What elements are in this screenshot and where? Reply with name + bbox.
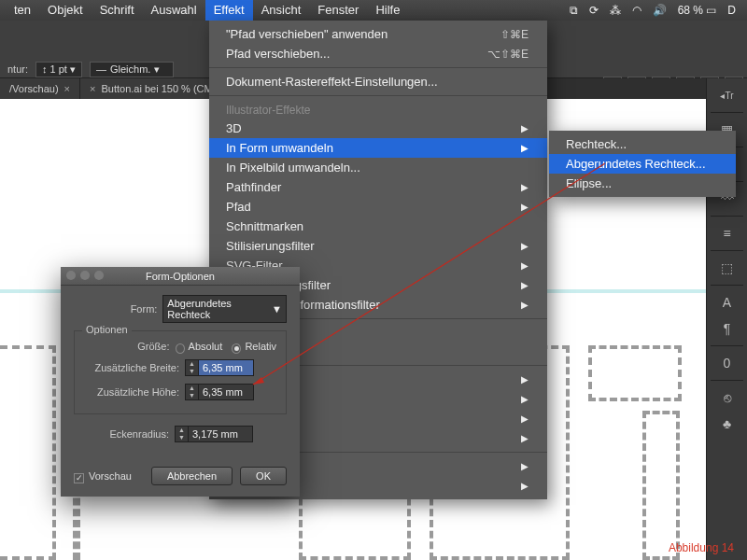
paragraph-icon[interactable]: ¶ <box>709 315 746 342</box>
menubar-item[interactable]: Fenster <box>309 0 367 21</box>
form-options-dialog: Form-Optionen Form: Abgerundetes Rechtec… <box>61 267 300 497</box>
wifi-icon[interactable]: ◠ <box>627 4 647 17</box>
ok-button[interactable]: OK <box>240 467 287 485</box>
menubar-item[interactable]: Hilfe <box>367 0 408 21</box>
form-select[interactable]: Abgerundetes Rechteck▼ <box>162 295 287 323</box>
radio-absolut[interactable] <box>176 343 185 354</box>
zoom-icon[interactable] <box>94 271 104 280</box>
size-label: Größe: <box>84 341 176 352</box>
panel-tab[interactable]: ◂ Tr <box>709 82 746 108</box>
stepper[interactable]: ▲▼ <box>185 359 198 376</box>
menu-item-cropmarks[interactable]: Schnittmarken <box>209 217 547 236</box>
stroke-label: ntur: <box>7 63 28 75</box>
radius-label: Eckenradius: <box>74 428 175 440</box>
symbol-icon[interactable]: ♣ <box>709 411 746 437</box>
menubar-item-effekt[interactable]: Effekt <box>205 0 253 21</box>
radio-relativ[interactable] <box>232 343 241 354</box>
form-label: Form: <box>74 303 162 315</box>
chevron-right-icon: ▶ <box>521 433 529 443</box>
extra-height-input[interactable] <box>198 384 254 400</box>
menubar: ten Objekt Schrift Auswahl Effekt Ansich… <box>0 0 747 21</box>
shape-outline <box>588 345 682 401</box>
chevron-right-icon: ▶ <box>521 202 529 212</box>
radio-absolut-label[interactable]: Absolut <box>189 341 223 352</box>
dropbox-icon[interactable]: ⧉ <box>564 4 584 17</box>
radius-input[interactable] <box>188 426 253 442</box>
chevron-right-icon: ▶ <box>521 123 529 133</box>
submenu-item-ellipse[interactable]: Ellipse... <box>549 174 736 193</box>
menu-item-3d[interactable]: 3D▶ <box>209 119 547 138</box>
stepper[interactable]: ▲▼ <box>175 426 188 442</box>
link-icon[interactable]: ⎋ <box>709 385 746 411</box>
bluetooth-icon[interactable]: ⁂ <box>604 4 627 17</box>
type-icon[interactable]: A <box>709 289 746 315</box>
battery-status[interactable]: 68 % ▭ <box>672 4 723 17</box>
stroke-dash-select[interactable]: — Gleichm. ▾ <box>90 62 174 77</box>
chevron-right-icon: ▶ <box>521 394 529 404</box>
submenu-item-rectangle[interactable]: Rechteck... <box>549 134 736 154</box>
minimize-icon[interactable] <box>80 271 90 280</box>
chevron-right-icon: ▶ <box>521 300 529 310</box>
dialog-title: Form-Optionen <box>146 271 215 282</box>
shape-submenu: Rechteck... Abgerundetes Rechteck... Ell… <box>549 131 736 197</box>
options-legend: Optionen <box>82 324 132 335</box>
menubar-item[interactable]: Schrift <box>92 0 143 21</box>
extra-width-input[interactable] <box>198 359 254 376</box>
shape-outline <box>642 411 680 560</box>
menu-item-raster-settings[interactable]: Dokument-Rastereffekt-Einstellungen... <box>209 72 547 91</box>
volume-icon[interactable]: 🔊 <box>647 4 672 17</box>
chevron-right-icon: ▶ <box>521 260 529 271</box>
close-icon[interactable]: × <box>90 83 95 94</box>
menubar-item[interactable]: Ansicht <box>253 0 310 21</box>
stepper[interactable]: ▲▼ <box>185 384 198 400</box>
shape-outline <box>0 345 56 560</box>
menu-item-rasterize[interactable]: In Pixelbild umwandeln... <box>209 158 547 177</box>
chevron-right-icon: ▶ <box>521 241 529 251</box>
preview-checkbox[interactable]: ✓ <box>74 473 84 483</box>
extra-height-label: Zusätzliche Höhe: <box>84 386 185 398</box>
chevron-right-icon: ▶ <box>521 182 529 192</box>
close-icon[interactable] <box>66 271 76 280</box>
chevron-right-icon: ▶ <box>521 481 529 491</box>
menu-item-pathfinder[interactable]: Pathfinder▶ <box>209 177 547 197</box>
transform-icon[interactable]: 0 <box>709 350 746 376</box>
menu-item-path[interactable]: Pfad▶ <box>209 197 547 217</box>
menu-item-stylize[interactable]: Stilisierungsfilter▶ <box>209 236 547 256</box>
chevron-right-icon: ▶ <box>521 413 529 424</box>
artboard-icon[interactable]: ⬚ <box>709 255 746 281</box>
chevron-right-icon: ▶ <box>521 280 529 290</box>
chevron-right-icon: ▶ <box>521 143 529 153</box>
stroke-width-select[interactable]: ↕ 1 pt ▾ <box>35 62 82 77</box>
extra-width-label: Zusätzliche Breite: <box>84 362 185 373</box>
dialog-titlebar[interactable]: Form-Optionen <box>61 267 300 286</box>
chevron-down-icon: ▼ <box>272 303 282 315</box>
chevron-right-icon: ▶ <box>521 461 529 471</box>
radio-relativ-label[interactable]: Relativ <box>245 341 276 352</box>
stroke-icon[interactable]: ≡ <box>709 220 746 246</box>
menubar-item[interactable]: ten <box>6 0 39 21</box>
menubar-item[interactable]: Objekt <box>39 0 92 21</box>
menu-section: Illustrator-Effekte <box>209 100 547 119</box>
menu-item-convert-to-shape[interactable]: In Form umwandeln▶ <box>209 138 547 158</box>
chevron-right-icon: ▶ <box>521 374 529 385</box>
menu-extra[interactable]: D <box>722 4 741 17</box>
sync-icon[interactable]: ⟳ <box>584 4 604 17</box>
figure-caption: Abbildung 14 <box>669 541 734 554</box>
menu-item-last-effect[interactable]: Pfad verschieben...⌥⇧⌘E <box>209 44 547 63</box>
close-icon[interactable]: × <box>64 83 70 94</box>
document-tab[interactable]: /Vorschau)× <box>0 78 80 99</box>
preview-label[interactable]: Vorschau <box>89 470 132 482</box>
menubar-item[interactable]: Auswahl <box>143 0 205 21</box>
cancel-button[interactable]: Abbrechen <box>151 467 233 485</box>
submenu-item-rounded-rectangle[interactable]: Abgerundetes Rechteck... <box>549 154 736 174</box>
menu-item-apply-last[interactable]: "Pfad verschieben" anwenden⇧⌘E <box>209 24 547 44</box>
